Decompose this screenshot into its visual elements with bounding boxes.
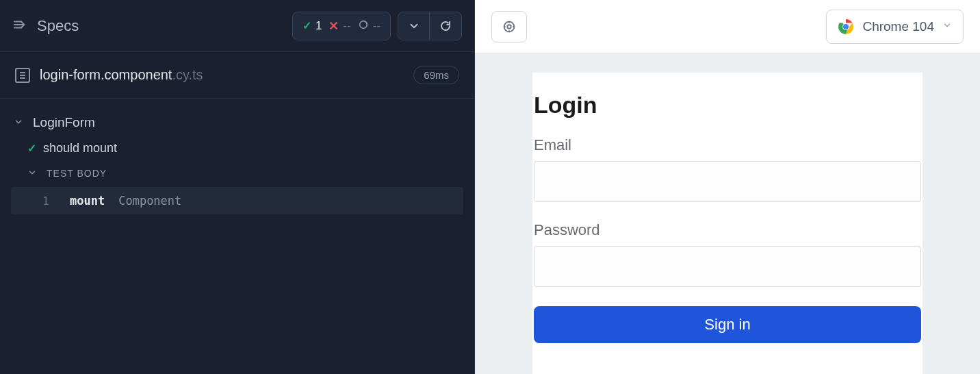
- spec-file-ext: .cy.ts: [172, 67, 203, 82]
- test-row[interactable]: ✓ should mount: [11, 134, 463, 162]
- spec-file-left: login-form.component.cy.ts: [15, 67, 203, 83]
- spec-duration: 69ms: [413, 66, 459, 84]
- command-name: mount: [70, 194, 105, 208]
- pass-status: ✓ 1: [302, 19, 322, 33]
- check-icon: ✓: [27, 142, 36, 155]
- test-tree: LoginForm ✓ should mount TEST BODY 1 mou…: [0, 99, 474, 214]
- password-label: Password: [534, 221, 921, 239]
- reporter-panel: Specs ✓ 1 ✕ -- --: [0, 0, 475, 374]
- email-label: Email: [534, 136, 921, 154]
- svg-point-5: [843, 24, 849, 29]
- chrome-icon: [838, 18, 854, 35]
- svg-point-1: [507, 25, 511, 29]
- command-arg: Component: [118, 194, 181, 208]
- fail-count: --: [343, 19, 350, 33]
- signin-button[interactable]: Sign in: [534, 306, 921, 343]
- chevron-down-icon: [27, 168, 38, 179]
- preview-header: Chrome 104: [475, 0, 980, 53]
- test-body-row[interactable]: TEST BODY: [11, 162, 463, 184]
- rerun-button[interactable]: [430, 12, 461, 40]
- spec-file-base: login-form.component: [40, 67, 172, 82]
- specs-title: Specs: [37, 17, 79, 35]
- fail-status: ✕ --: [328, 18, 350, 34]
- spec-file-row[interactable]: login-form.component.cy.ts 69ms: [0, 52, 474, 99]
- pending-icon: [358, 19, 369, 33]
- login-title: Login: [534, 92, 921, 119]
- preview-header-left: [491, 11, 527, 42]
- pending-count: --: [373, 19, 381, 33]
- test-status-pill: ✓ 1 ✕ -- --: [292, 12, 391, 40]
- selector-playground-button[interactable]: [491, 11, 527, 42]
- header-controls: ✓ 1 ✕ -- --: [292, 12, 462, 40]
- login-card: Login Email Password Sign in: [532, 73, 923, 374]
- browser-name: Chrome 104: [862, 19, 934, 34]
- preview-content: Login Email Password Sign in: [475, 53, 980, 374]
- email-field[interactable]: [534, 161, 921, 202]
- password-field[interactable]: [534, 246, 921, 287]
- test-name: should mount: [43, 141, 117, 155]
- pass-count: 1: [315, 19, 322, 33]
- svg-point-2: [504, 21, 515, 32]
- command-row[interactable]: 1 mount Component: [11, 187, 463, 214]
- pending-status: --: [358, 19, 381, 33]
- more-button[interactable]: [398, 12, 430, 40]
- suite-row[interactable]: LoginForm: [11, 111, 463, 134]
- suite-name: LoginForm: [33, 115, 95, 130]
- file-icon: [15, 68, 30, 83]
- run-controls: [398, 12, 462, 40]
- check-icon: ✓: [302, 19, 311, 32]
- command-number: 1: [42, 195, 56, 208]
- chevron-down-icon: [14, 117, 25, 128]
- test-body-label: TEST BODY: [47, 168, 107, 179]
- specs-header: Specs ✓ 1 ✕ -- --: [0, 0, 474, 52]
- browser-select[interactable]: Chrome 104: [826, 10, 964, 44]
- x-icon: ✕: [328, 18, 339, 34]
- preview-panel: Chrome 104 Login Email Password Sign in: [475, 0, 980, 374]
- chevron-down-icon: [942, 21, 952, 33]
- specs-title-wrap: Specs: [12, 17, 79, 35]
- spec-file-name: login-form.component.cy.ts: [40, 67, 203, 83]
- menu-arrow-icon: [12, 17, 27, 35]
